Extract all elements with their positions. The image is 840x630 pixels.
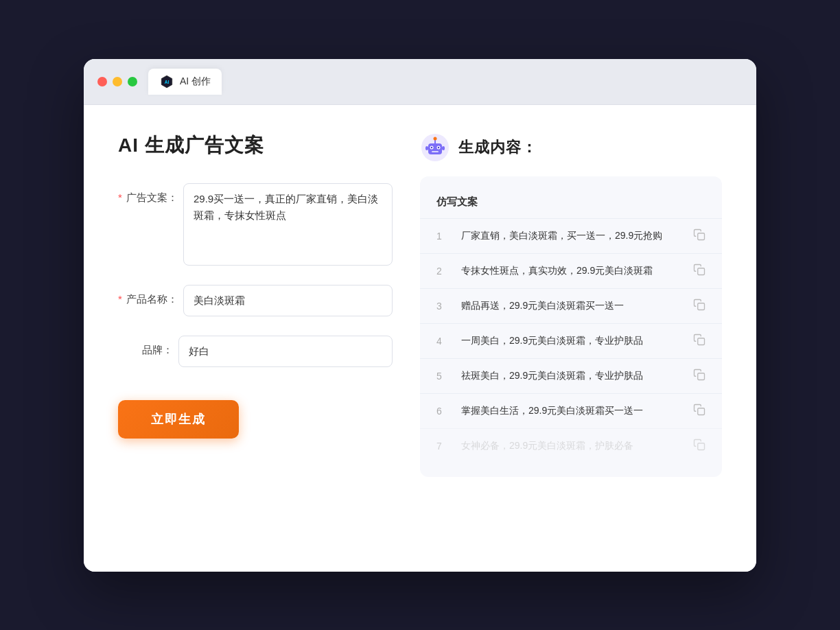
copy-icon[interactable] (693, 369, 705, 384)
row-number: 5 (436, 371, 450, 382)
main-layout: AI 生成广告文案 * 广告文案： * 产品名称： (118, 132, 722, 477)
product-name-required-star: * (118, 293, 122, 305)
svg-rect-14 (698, 303, 705, 310)
svg-rect-12 (698, 233, 705, 240)
svg-rect-11 (442, 146, 445, 150)
row-number: 6 (436, 406, 450, 417)
result-row: 4一周美白，29.9元美白淡斑霜，专业护肤品 (420, 323, 722, 358)
copy-icon[interactable] (693, 404, 705, 419)
browser-titlebar: AI AI 创作 (84, 59, 756, 105)
result-rows-container: 1厂家直销，美白淡斑霜，买一送一，29.9元抢购 2专抹女性斑点，真实功效，29… (420, 218, 722, 463)
ad-copy-required-star: * (118, 191, 122, 203)
svg-rect-10 (425, 146, 428, 150)
product-name-group: * 产品名称： (118, 285, 393, 316)
ai-tab[interactable]: AI AI 创作 (148, 69, 222, 95)
row-text: 厂家直销，美白淡斑霜，买一送一，29.9元抢购 (461, 229, 682, 243)
svg-point-9 (434, 137, 437, 140)
svg-rect-18 (698, 443, 705, 450)
result-box: 仿写文案 1厂家直销，美白淡斑霜，买一送一，29.9元抢购 2专抹女性斑点，真实… (420, 176, 722, 477)
result-header: 生成内容： (420, 132, 722, 163)
close-button[interactable] (97, 77, 107, 86)
generate-button[interactable]: 立即生成 (118, 400, 239, 439)
copy-icon[interactable] (693, 264, 705, 279)
left-panel: AI 生成广告文案 * 广告文案： * 产品名称： (118, 132, 393, 477)
result-row: 5祛斑美白，29.9元美白淡斑霜，专业护肤品 (420, 358, 722, 393)
copy-icon[interactable] (693, 229, 705, 244)
row-text: 一周美白，29.9元美白淡斑霜，专业护肤品 (461, 334, 682, 348)
result-row: 7女神必备，29.9元美白淡斑霜，护肤必备 (420, 428, 722, 463)
ad-copy-group: * 广告文案： (118, 183, 393, 266)
row-number: 1 (436, 231, 450, 242)
result-row: 6掌握美白生活，29.9元美白淡斑霜买一送一 (420, 393, 722, 428)
browser-content: AI 生成广告文案 * 广告文案： * 产品名称： (84, 105, 756, 572)
svg-point-6 (438, 146, 439, 148)
robot-icon (420, 132, 450, 163)
copy-icon[interactable] (693, 334, 705, 349)
result-table-header: 仿写文案 (420, 190, 722, 218)
svg-rect-16 (698, 373, 705, 380)
tab-label: AI 创作 (180, 75, 211, 88)
row-number: 7 (436, 441, 450, 452)
row-text: 女神必备，29.9元美白淡斑霜，护肤必备 (461, 439, 682, 453)
svg-rect-13 (698, 268, 705, 275)
row-text: 赠品再送，29.9元美白淡斑霜买一送一 (461, 299, 682, 313)
result-row: 2专抹女性斑点，真实功效，29.9元美白淡斑霜 (420, 253, 722, 288)
result-row: 1厂家直销，美白淡斑霜，买一送一，29.9元抢购 (420, 218, 722, 253)
copy-icon[interactable] (693, 299, 705, 314)
svg-text:AI: AI (165, 79, 170, 84)
row-text: 祛斑美白，29.9元美白淡斑霜，专业护肤品 (461, 369, 682, 383)
brand-label: 品牌： (118, 336, 173, 357)
copy-icon[interactable] (693, 439, 705, 454)
ad-copy-label: * 广告文案： (118, 183, 178, 205)
svg-rect-7 (432, 151, 439, 152)
page-title: AI 生成广告文案 (118, 132, 393, 159)
ad-copy-input[interactable] (183, 183, 393, 266)
row-text: 掌握美白生活，29.9元美白淡斑霜买一送一 (461, 404, 682, 418)
minimize-button[interactable] (113, 77, 122, 86)
browser-window: AI AI 创作 AI 生成广告文案 * 广告文案： (84, 59, 756, 572)
result-title: 生成内容： (458, 137, 537, 158)
traffic-lights (97, 77, 137, 86)
svg-rect-2 (428, 143, 442, 154)
row-number: 4 (436, 336, 450, 347)
product-name-label: * 产品名称： (118, 285, 178, 306)
brand-input[interactable] (178, 336, 393, 367)
row-number: 3 (436, 301, 450, 312)
right-panel: 生成内容： 仿写文案 1厂家直销，美白淡斑霜，买一送一，29.9元抢购 2专抹女… (420, 132, 722, 477)
maximize-button[interactable] (128, 77, 137, 86)
row-text: 专抹女性斑点，真实功效，29.9元美白淡斑霜 (461, 264, 682, 278)
svg-rect-17 (698, 408, 705, 415)
brand-group: 品牌： (118, 336, 393, 367)
result-row: 3赠品再送，29.9元美白淡斑霜买一送一 (420, 288, 722, 323)
product-name-input[interactable] (183, 285, 393, 316)
svg-rect-15 (698, 338, 705, 345)
row-number: 2 (436, 266, 450, 277)
svg-point-5 (431, 146, 432, 148)
ai-tab-icon: AI (159, 74, 174, 89)
